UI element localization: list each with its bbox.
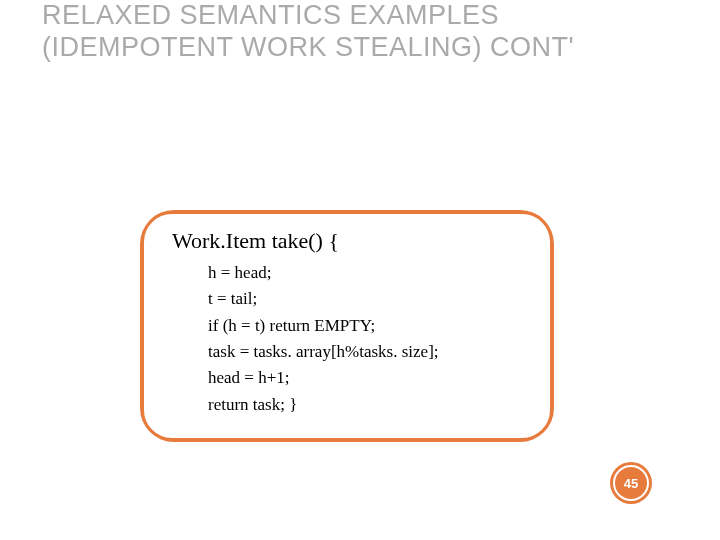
- code-signature: Work.Item take() {: [172, 228, 522, 254]
- code-box-inner: Work.Item take() { h = head; t = tail; i…: [142, 212, 552, 440]
- page-number-badge: 45: [610, 462, 652, 504]
- code-line: task = tasks. array[h%tasks. size];: [208, 339, 522, 365]
- code-box: Work.Item take() { h = head; t = tail; i…: [140, 210, 554, 442]
- page-number: 45: [613, 465, 649, 501]
- slide-title: RELAXED SEMANTICS EXAMPLES (IDEMPOTENT W…: [42, 0, 602, 64]
- code-line: t = tail;: [208, 286, 522, 312]
- code-line: head = h+1;: [208, 365, 522, 391]
- code-line: if (h = t) return EMPTY;: [208, 313, 522, 339]
- code-line: return task; }: [208, 392, 522, 418]
- code-line: h = head;: [208, 260, 522, 286]
